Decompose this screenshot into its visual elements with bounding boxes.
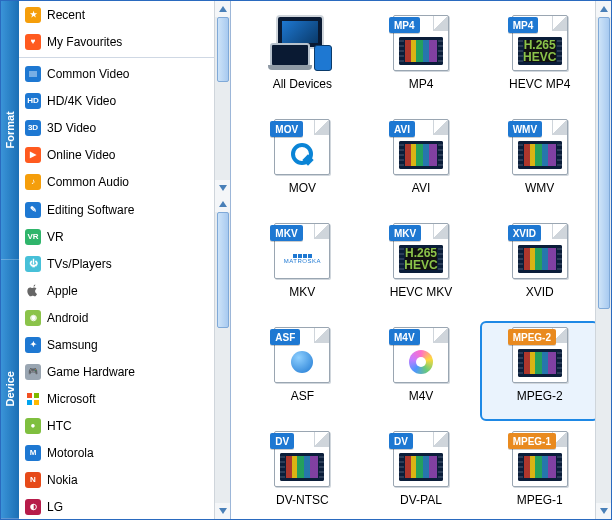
- format-badge: ASF: [270, 329, 300, 345]
- format-label: XVID: [526, 285, 554, 299]
- format-cell-dv-pal[interactable]: DVDV-PAL: [362, 425, 481, 519]
- format-cell-dv-ntsc[interactable]: DVDV-NTSC: [243, 425, 362, 519]
- scrollbar[interactable]: [595, 1, 611, 519]
- scroll-up-icon[interactable]: [596, 1, 611, 17]
- sidebar-item-samsung[interactable]: ✦Samsung: [19, 331, 230, 358]
- sidebar-item-apple[interactable]: Apple: [19, 277, 230, 304]
- svg-rect-6: [27, 400, 32, 405]
- format-badge: MKV: [270, 225, 302, 241]
- sidebar: ★Recent♥My FavouritesCommon VideoHDHD/4K…: [19, 1, 231, 519]
- scroll-down-icon[interactable]: [215, 503, 231, 519]
- format-label: AVI: [412, 181, 430, 195]
- scroll-up-icon[interactable]: [215, 196, 231, 212]
- sidebar-item-audio[interactable]: ♪Common Audio: [19, 168, 230, 195]
- scroll-track[interactable]: [215, 17, 231, 180]
- format-badge: M4V: [389, 329, 420, 345]
- hd-icon: HD: [25, 93, 41, 109]
- scroll-up-icon[interactable]: [215, 1, 231, 17]
- editing-icon: ✎: [25, 202, 41, 218]
- file-thumb: DV: [393, 431, 449, 487]
- sidebar-item-online[interactable]: ▶Online Video: [19, 141, 230, 168]
- scroll-thumb[interactable]: [217, 17, 229, 82]
- sidebar-item-cv[interactable]: Common Video: [19, 60, 230, 87]
- tab-format[interactable]: Format: [1, 1, 19, 260]
- online-icon: ▶: [25, 147, 41, 163]
- sidebar-item-android[interactable]: ◉Android: [19, 304, 230, 331]
- file-thumb: AVI: [393, 119, 449, 175]
- sidebar-item-vr[interactable]: VRVR: [19, 223, 230, 250]
- sidebar-item-label: My Favourites: [47, 35, 122, 49]
- scroll-track[interactable]: [215, 212, 231, 503]
- sidebar-item-microsoft[interactable]: Microsoft: [19, 385, 230, 412]
- format-cell-wmv[interactable]: WMVWMV: [480, 113, 599, 213]
- all-devices-icon: [270, 15, 334, 71]
- file-thumb: MPEG-2: [512, 327, 568, 383]
- hevc-sub: HEVC: [404, 259, 437, 271]
- format-cell-mpeg-1[interactable]: MPEG-1MPEG-1: [480, 425, 599, 519]
- format-label: DV-NTSC: [276, 493, 329, 507]
- nokia-icon: N: [25, 472, 41, 488]
- format-cell-asf[interactable]: ASFASF: [243, 321, 362, 421]
- tab-device[interactable]: Device: [1, 260, 19, 520]
- svg-marker-11: [600, 508, 608, 514]
- file-thumb: XVID: [512, 223, 568, 279]
- sidebar-item-hd[interactable]: HDHD/4K Video: [19, 87, 230, 114]
- sidebar-item-lg[interactable]: ◐LG: [19, 493, 230, 519]
- format-cell-avi[interactable]: AVIAVI: [362, 113, 481, 213]
- sidebar-item-htc[interactable]: ●HTC: [19, 412, 230, 439]
- game-icon: 🎮: [25, 364, 41, 380]
- sidebar-item-motorola[interactable]: MMotorola: [19, 439, 230, 466]
- format-badge: AVI: [389, 121, 415, 137]
- file-thumb: MPEG-1: [512, 431, 568, 487]
- sidebar-item-label: HD/4K Video: [47, 94, 116, 108]
- sidebar-item-3d[interactable]: 3D3D Video: [19, 114, 230, 141]
- format-cell-all-devices[interactable]: All Devices: [243, 9, 362, 109]
- format-badge: MKV: [389, 225, 421, 241]
- motorola-icon: M: [25, 445, 41, 461]
- format-badge: MPEG-2: [508, 329, 556, 345]
- lg-icon: ◐: [25, 499, 41, 515]
- samsung-icon: ✦: [25, 337, 41, 353]
- sidebar-item-label: Microsoft: [47, 392, 96, 406]
- svg-rect-4: [27, 393, 32, 398]
- format-cell-m4v[interactable]: M4VM4V: [362, 321, 481, 421]
- format-cell-mp4[interactable]: MP4MP4: [362, 9, 481, 109]
- format-cell-hevc-mkv[interactable]: MKVH.265HEVCHEVC MKV: [362, 217, 481, 317]
- sidebar-item-recent[interactable]: ★Recent: [19, 1, 230, 28]
- scrollbar[interactable]: [214, 1, 230, 196]
- scroll-thumb[interactable]: [598, 17, 610, 309]
- sidebar-item-tv[interactable]: ⏻TVs/Players: [19, 250, 230, 277]
- format-badge: MP4: [508, 17, 539, 33]
- format-label: WMV: [525, 181, 554, 195]
- format-cell-mov[interactable]: MOVMOV: [243, 113, 362, 213]
- sidebar-item-label: Motorola: [47, 446, 94, 460]
- sidebar-item-game[interactable]: 🎮Game Hardware: [19, 358, 230, 385]
- scrollbar[interactable]: [214, 196, 230, 519]
- format-grid: All DevicesMP4MP4MP4H.265HEVCHEVC MP4MOV…: [231, 9, 611, 519]
- svg-marker-9: [219, 508, 227, 514]
- format-cell-xvid[interactable]: XVIDXVID: [480, 217, 599, 317]
- svg-marker-2: [219, 6, 227, 12]
- sidebar-item-label: TVs/Players: [47, 257, 112, 271]
- scroll-track[interactable]: [596, 17, 611, 503]
- sidebar-item-nokia[interactable]: NNokia: [19, 466, 230, 493]
- sidebar-item-label: Android: [47, 311, 88, 325]
- scroll-thumb[interactable]: [217, 212, 229, 328]
- sidebar-item-label: LG: [47, 500, 63, 514]
- format-cell-mpeg-2[interactable]: MPEG-2MPEG-2: [480, 321, 599, 421]
- format-badge: MPEG-1: [508, 433, 556, 449]
- divider: [19, 57, 230, 58]
- sidebar-format-list: ★Recent♥My FavouritesCommon VideoHDHD/4K…: [19, 1, 230, 196]
- file-thumb: WMV: [512, 119, 568, 175]
- mkv-logo-text: MATROSKA: [284, 258, 321, 264]
- file-thumb: M4V: [393, 327, 449, 383]
- format-cell-mkv[interactable]: MKVMATROSKAMKV: [243, 217, 362, 317]
- htc-icon: ●: [25, 418, 41, 434]
- format-cell-hevc-mp4[interactable]: MP4H.265HEVCHEVC MP4: [480, 9, 599, 109]
- scroll-down-icon[interactable]: [596, 503, 611, 519]
- file-thumb: MKVH.265HEVC: [393, 223, 449, 279]
- scroll-down-icon[interactable]: [215, 180, 231, 196]
- sidebar-item-editing[interactable]: ✎Editing Software: [19, 196, 230, 223]
- sidebar-item-heart[interactable]: ♥My Favourites: [19, 28, 230, 55]
- format-label: ASF: [291, 389, 314, 403]
